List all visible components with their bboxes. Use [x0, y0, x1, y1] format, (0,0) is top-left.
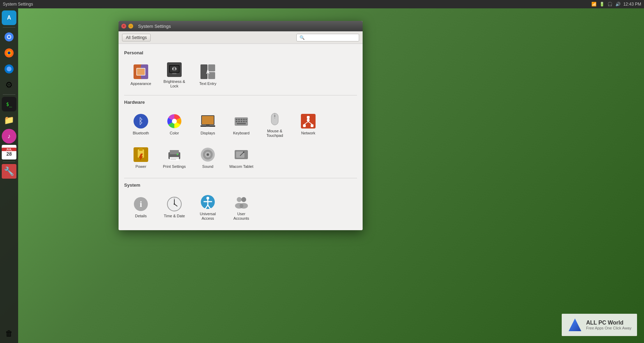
dock-item-rosegarden[interactable]: ♪: [2, 129, 16, 143]
svg-rect-30: [206, 125, 210, 126]
wacom-tablet-icon: [233, 146, 250, 163]
svg-rect-62: [171, 159, 176, 160]
svg-point-89: [240, 203, 248, 209]
personal-items-grid: Appearance Brightn: [124, 58, 357, 92]
system-items-grid: i Details 12 Ti: [124, 190, 357, 224]
window-minimize-button[interactable]: −: [128, 24, 133, 29]
dock-item-settings[interactable]: ⚙: [2, 78, 16, 92]
network-item[interactable]: Network: [291, 108, 325, 141]
network-icon: [300, 113, 317, 130]
svg-rect-17: [173, 67, 175, 70]
watermark-main: ALL PC World: [586, 320, 631, 326]
wifi-icon: 📶: [591, 2, 597, 7]
appearance-item[interactable]: Appearance: [124, 58, 158, 92]
svg-rect-39: [241, 121, 242, 122]
user-accounts-icon: [233, 194, 250, 210]
dock-item-firefox[interactable]: [2, 46, 16, 60]
displays-item[interactable]: Displays: [191, 108, 225, 141]
svg-point-78: [174, 203, 175, 205]
dock-separator-2: [3, 94, 15, 95]
details-item[interactable]: i Details: [124, 190, 158, 224]
settings-window: ✕ − System Settings All Settings 🔍 Perso…: [119, 21, 363, 230]
dock-item-files[interactable]: 📁: [2, 113, 16, 127]
wacom-tablet-label: Wacom Tablet: [229, 164, 253, 169]
keyboard-icon: [233, 113, 250, 130]
print-settings-label: Print Settings: [163, 164, 185, 169]
hardware-items-grid: ᛒ Bluetooth: [124, 108, 357, 174]
all-settings-button[interactable]: All Settings: [122, 34, 151, 41]
svg-rect-15: [172, 73, 176, 74]
svg-text:A: A: [206, 69, 210, 75]
sound-item[interactable]: Sound: [191, 141, 225, 174]
bluetooth-icon: ᛒ: [132, 113, 149, 130]
user-accounts-item[interactable]: UserAccounts: [225, 190, 258, 224]
svg-rect-49: [303, 124, 306, 127]
window-toolbar: All Settings 🔍: [119, 31, 363, 44]
svg-rect-50: [311, 124, 313, 127]
mouse-touchpad-item[interactable]: Mouse &Touchpad: [258, 108, 291, 141]
svg-point-2: [8, 36, 10, 38]
brightness-lock-item[interactable]: Brightness &Lock: [158, 58, 191, 92]
svg-point-88: [241, 197, 246, 202]
dock-item-arch[interactable]: A: [2, 10, 16, 25]
time-date-item[interactable]: 12 Time & Date: [158, 190, 191, 224]
print-settings-item[interactable]: Print Settings: [158, 141, 191, 174]
user-accounts-label: UserAccounts: [233, 212, 249, 221]
svg-rect-36: [245, 119, 247, 120]
sound-icon: [199, 146, 216, 163]
time-date-label: Time & Date: [164, 214, 185, 218]
svg-text:ᛒ: ᛒ: [138, 117, 143, 126]
wacom-tablet-item[interactable]: Wacom Tablet: [225, 141, 258, 174]
network-label: Network: [301, 131, 315, 135]
svg-point-7: [7, 67, 12, 71]
power-label: Power: [135, 164, 146, 169]
keyboard-item[interactable]: Keyboard: [225, 108, 258, 141]
taskbar-title: System Settings: [3, 2, 33, 7]
search-input[interactable]: [306, 35, 356, 40]
bluetooth-item[interactable]: ᛒ Bluetooth: [124, 108, 158, 141]
clock: 12:43 PM: [623, 2, 641, 7]
brightness-lock-icon: [166, 61, 183, 78]
watermark: ALL PC World Free Apps One Click Away: [562, 314, 637, 336]
dock: A ⚙ $_ 📁 ♪ JUL 28 🔧 🗑: [0, 8, 18, 343]
taskbar-right: 📶 🔋 🎧 🔊 12:43 PM: [591, 2, 641, 7]
text-entry-item[interactable]: A Text Entry: [191, 58, 225, 92]
svg-point-68: [207, 154, 209, 155]
svg-point-45: [274, 115, 275, 117]
svg-rect-32: [236, 119, 237, 120]
dock-item-terminal[interactable]: $_: [2, 97, 16, 111]
search-box[interactable]: 🔍: [296, 34, 359, 41]
dock-item-chromium[interactable]: [2, 30, 16, 44]
mouse-touchpad-label: Mouse &Touchpad: [266, 129, 283, 138]
svg-point-26: [172, 119, 177, 124]
taskbar: System Settings 📶 🔋 🎧 🔊 12:43 PM: [0, 0, 644, 8]
system-section-label: System: [124, 182, 357, 188]
power-item[interactable]: Power: [124, 141, 158, 174]
svg-rect-35: [243, 119, 245, 120]
svg-point-72: [243, 151, 244, 153]
volume-icon: 🔊: [615, 2, 621, 7]
bluetooth-label: Bluetooth: [133, 131, 149, 135]
universal-access-item[interactable]: UniversalAccess: [191, 190, 225, 224]
dock-item-tools[interactable]: 🔧: [2, 164, 16, 179]
svg-rect-60: [170, 157, 179, 161]
color-item[interactable]: Color: [158, 108, 191, 141]
svg-rect-37: [236, 121, 237, 122]
dock-item-thunderbird[interactable]: [2, 62, 16, 76]
text-entry-icon: A: [199, 63, 216, 80]
dock-item-calendar[interactable]: JUL 28: [2, 145, 16, 159]
svg-rect-56: [139, 148, 143, 151]
svg-rect-40: [243, 121, 245, 122]
text-entry-label: Text Entry: [199, 81, 217, 86]
window-titlebar: ✕ − System Settings: [119, 21, 363, 31]
brightness-lock-label: Brightness &Lock: [164, 79, 185, 88]
dock-item-trash[interactable]: 🗑: [2, 326, 16, 341]
watermark-sub: Free Apps One Click Away: [586, 326, 631, 330]
svg-point-63: [177, 154, 178, 155]
watermark-logo: [567, 317, 583, 333]
appearance-icon: [132, 63, 149, 80]
svg-text:12: 12: [174, 197, 175, 199]
window-close-button[interactable]: ✕: [121, 24, 126, 29]
svg-rect-28: [202, 116, 214, 124]
details-icon: i: [132, 196, 149, 212]
